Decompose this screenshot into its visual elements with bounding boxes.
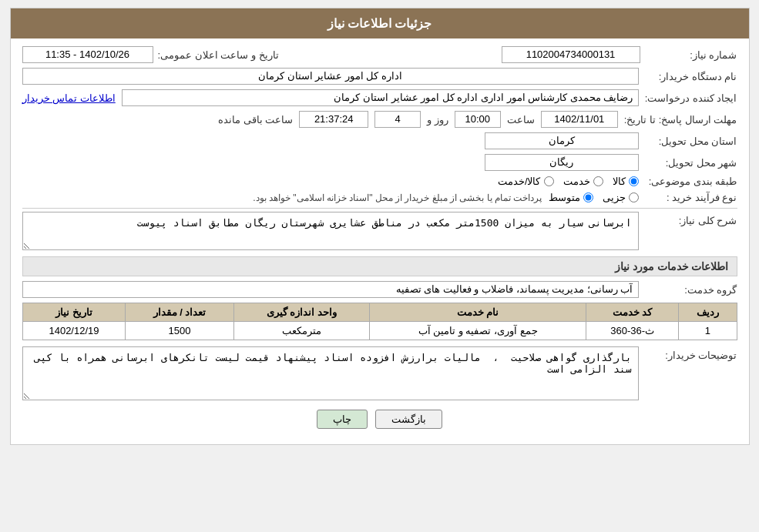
contact-link[interactable]: اطلاعات تماس خریدار xyxy=(22,92,116,104)
need-summary-textarea[interactable] xyxy=(22,212,639,250)
deadline-remaining: 21:37:24 xyxy=(299,111,368,128)
process-radio-group: متوسط جزیی xyxy=(549,192,639,203)
deadline-days: 4 xyxy=(374,111,421,128)
creator-label: ایجاد کننده درخواست: xyxy=(645,92,737,104)
process-label: نوع فرآیند خرید : xyxy=(645,192,737,203)
service-table: ردیف کد خدمت نام خدمت واحد اندازه گیری ت… xyxy=(22,303,737,340)
category-khedmat-label: خدمت xyxy=(563,176,590,187)
category-option-khedmat[interactable]: خدمت xyxy=(563,176,603,187)
province-label: استان محل تحویل: xyxy=(645,136,737,147)
announcement-date-value: 1402/10/26 - 11:35 xyxy=(22,46,153,63)
buyer-org-label: نام دستگاه خریدار: xyxy=(645,71,737,82)
process-motavaset-label: متوسط xyxy=(549,192,580,203)
need-number-value: 1102004734000131 xyxy=(502,46,640,63)
back-button[interactable]: بازگشت xyxy=(375,410,442,429)
service-group-label: گروه خدمت: xyxy=(645,284,737,296)
deadline-days-label: روز و xyxy=(427,114,448,125)
buttons-row: بازگشت چاپ xyxy=(22,410,737,429)
city-label: شهر محل تحویل: xyxy=(645,157,737,169)
col-quantity: تعداد / مقدار xyxy=(126,303,233,322)
process-option-jozei[interactable]: جزیی xyxy=(603,192,639,203)
announcement-date-label: تاریخ و ساعت اعلان عمومی: xyxy=(158,49,279,61)
category-radio-group: کالا/خدمت خدمت کالا xyxy=(498,176,639,187)
creator-value: رضایف محمدی کارشناس امور اداری اداره کل … xyxy=(122,89,639,106)
need-summary-label: شرح کلی نیاز: xyxy=(645,215,737,226)
buyer-org-value: اداره کل امور عشایر استان کرمان xyxy=(22,68,639,85)
category-kala-label: کالا xyxy=(613,176,626,187)
print-button[interactable]: چاپ xyxy=(317,410,368,429)
col-name: نام خدمت xyxy=(370,303,586,322)
col-date: تاریخ نیاز xyxy=(22,303,126,322)
page-title: جزئیات اطلاعات نیاز xyxy=(327,17,432,30)
process-jozei-label: جزیی xyxy=(603,192,626,203)
category-label: طبقه بندی موضوعی: xyxy=(645,176,737,187)
process-note: پرداخت تمام یا بخشی از مبلغ خریدار از مح… xyxy=(22,192,542,203)
service-group-value: آب رسانی؛ مدیریت پسماند، فاضلاب و فعالیت… xyxy=(22,281,639,298)
category-option-kala[interactable]: کالا xyxy=(613,176,639,187)
category-kala-khedmat-label: کالا/خدمت xyxy=(498,176,541,187)
deadline-remaining-label: ساعت باقی مانده xyxy=(218,114,293,125)
deadline-time: 10:00 xyxy=(455,111,501,128)
page-header: جزئیات اطلاعات نیاز xyxy=(11,8,749,38)
deadline-date: 1402/11/01 xyxy=(541,111,618,128)
category-option-kala-khedmat[interactable]: کالا/خدمت xyxy=(498,176,554,187)
deadline-time-label: ساعت xyxy=(507,114,535,125)
response-deadline-label: مهلت ارسال پاسخ: تا تاریخ: xyxy=(624,114,737,125)
col-row: ردیف xyxy=(679,303,737,322)
city-value: ریگان xyxy=(485,154,639,171)
table-row: 1ث-36-360جمع آوری، تصفیه و تامین آبمترمک… xyxy=(22,322,737,340)
col-code: کد خدمت xyxy=(586,303,679,322)
need-number-label: شماره نیاز: xyxy=(645,49,737,61)
buyer-desc-textarea[interactable] xyxy=(22,346,639,400)
col-unit: واحد اندازه گیری xyxy=(233,303,370,322)
process-option-motavaset[interactable]: متوسط xyxy=(549,192,593,203)
service-info-section-title: اطلاعات خدمات مورد نیاز xyxy=(22,256,737,276)
province-value: کرمان xyxy=(485,132,639,149)
buyer-desc-label: توضیحات خریدار: xyxy=(645,350,737,361)
